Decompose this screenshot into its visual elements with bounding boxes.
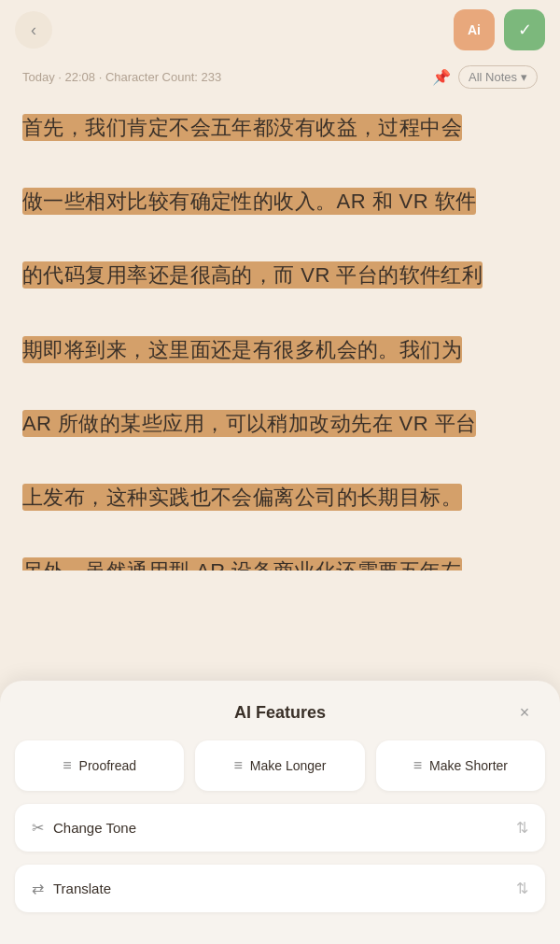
translate-selector[interactable]: ⇄ Translate ⇅ bbox=[15, 865, 545, 912]
change-tone-label: Change Tone bbox=[53, 820, 136, 836]
header-actions: Ai ✓ bbox=[454, 9, 545, 50]
back-button[interactable]: ‹ bbox=[15, 11, 52, 49]
highlighted-text: 上发布，这种实践也不会偏离公司的长期目标。 bbox=[22, 484, 462, 511]
highlighted-text: AR 所做的某些应用，可以稍加改动先在 VR 平台 bbox=[22, 410, 476, 437]
header: ‹ Ai ✓ bbox=[0, 0, 560, 60]
meta-bar: Today · 22:08 · Character Count: 233 📌 A… bbox=[0, 60, 560, 94]
highlighted-text: 期即将到来，这里面还是有很多机会的。我们为 bbox=[22, 336, 462, 363]
all-notes-button[interactable]: All Notes ▾ bbox=[458, 65, 538, 89]
note-text[interactable]: 首先，我们肯定不会五年都没有收益，过程中会 做一些相对比较有确定性的收入。AR … bbox=[22, 109, 538, 571]
change-tone-icon: ✂ bbox=[32, 819, 44, 837]
note-content-area[interactable]: 首先，我们肯定不会五年都没有收益，过程中会 做一些相对比较有确定性的收入。AR … bbox=[0, 94, 560, 571]
change-tone-selector[interactable]: ✂ Change Tone ⇅ bbox=[15, 804, 545, 852]
translate-left: ⇄ Translate bbox=[32, 880, 111, 897]
make-shorter-icon: ≡ bbox=[413, 757, 422, 774]
translate-label: Translate bbox=[53, 881, 111, 896]
change-tone-chevron: ⇅ bbox=[516, 819, 528, 837]
highlighted-text: 另外，虽然通用型 AR 设备商业化还需要五年左 bbox=[22, 557, 462, 571]
timestamp: Today · 22:08 · Character Count: 233 bbox=[22, 70, 221, 84]
make-longer-button[interactable]: ≡ Make Longer bbox=[195, 740, 364, 791]
change-tone-left: ✂ Change Tone bbox=[32, 819, 136, 837]
highlighted-text: 首先，我们肯定不会五年都没有收益，过程中会 bbox=[22, 114, 462, 141]
check-button[interactable]: ✓ bbox=[504, 9, 545, 50]
features-row: ≡ Proofread ≡ Make Longer ≡ Make Shorter bbox=[0, 740, 560, 804]
panel-header: AI Features × bbox=[0, 681, 560, 740]
close-icon: × bbox=[520, 703, 530, 723]
close-panel-button[interactable]: × bbox=[511, 699, 538, 726]
make-longer-label: Make Longer bbox=[250, 758, 327, 773]
make-shorter-button[interactable]: ≡ Make Shorter bbox=[376, 740, 545, 791]
ai-button[interactable]: Ai bbox=[454, 9, 495, 50]
proofread-button[interactable]: ≡ Proofread bbox=[15, 740, 184, 791]
highlighted-text: 的代码复用率还是很高的，而 VR 平台的软件红利 bbox=[22, 261, 483, 289]
proofread-label: Proofread bbox=[79, 758, 136, 773]
chevron-down-icon: ▾ bbox=[521, 70, 527, 84]
ai-label: Ai bbox=[468, 22, 481, 37]
make-shorter-label: Make Shorter bbox=[429, 758, 508, 773]
highlighted-text: 做一些相对比较有确定性的收入。AR 和 VR 软件 bbox=[22, 188, 476, 215]
pin-icon: 📌 bbox=[432, 68, 451, 86]
proofread-icon: ≡ bbox=[63, 757, 71, 774]
ai-features-panel: AI Features × ≡ Proofread ≡ Make Longer … bbox=[0, 681, 560, 944]
translate-icon: ⇄ bbox=[32, 880, 44, 897]
make-longer-icon: ≡ bbox=[233, 757, 242, 774]
meta-right: 📌 All Notes ▾ bbox=[432, 65, 538, 89]
panel-title: AI Features bbox=[49, 703, 511, 723]
all-notes-label: All Notes bbox=[469, 70, 517, 84]
check-icon: ✓ bbox=[518, 20, 532, 40]
translate-chevron: ⇅ bbox=[516, 880, 528, 897]
